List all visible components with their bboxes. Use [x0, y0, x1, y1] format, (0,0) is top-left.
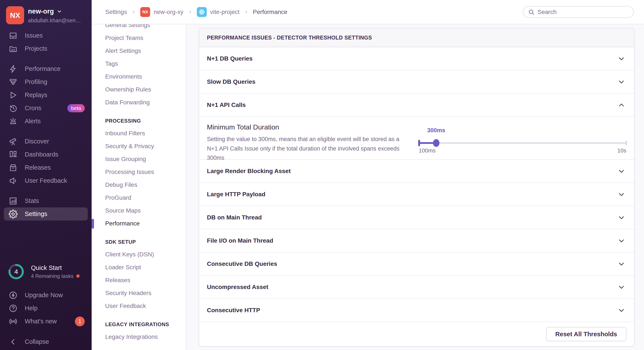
- subnav-item-alert-settings[interactable]: Alert Settings: [92, 44, 186, 57]
- subnav-item-user-feedback[interactable]: User Feedback: [92, 300, 186, 312]
- collapse-label: Collapse: [25, 338, 49, 345]
- sidebar-item-user-feedback[interactable]: User Feedback: [4, 174, 88, 187]
- sidebar-item-performance[interactable]: Performance: [4, 62, 88, 75]
- sidebar-nav-group: PerformanceProfilingReplaysCronsbetaAler…: [0, 62, 92, 128]
- subnav-item-source-maps[interactable]: Source Maps: [92, 204, 186, 217]
- chevron-down-icon: [56, 8, 62, 14]
- accordion-row-large-render-blocking-asset[interactable]: Large Render Blocking Asset: [199, 160, 634, 183]
- chevron-down-icon: [617, 260, 626, 268]
- org-switcher[interactable]: NX new-org abdullah.khan@sen…: [0, 0, 92, 24]
- sidebar-collapse-button[interactable]: Collapse: [4, 335, 88, 348]
- breadcrumb-separator-icon: [244, 9, 249, 14]
- subnav-item-processing-issues[interactable]: Processing Issues: [92, 166, 186, 178]
- accordion-row-consecutive-db-queries[interactable]: Consecutive DB Queries: [199, 253, 634, 276]
- subnav-item-label: Performance: [105, 220, 140, 227]
- accordion-row-db-on-main-thread[interactable]: DB on Main Thread: [199, 206, 634, 229]
- subnav-item-label: ProGuard: [105, 194, 131, 201]
- sidebar-item-alerts[interactable]: Alerts: [4, 115, 88, 128]
- subnav-item-environments[interactable]: Environments: [92, 70, 186, 83]
- panel-header: PERFORMANCE ISSUES - DETECTOR THRESHOLD …: [199, 28, 634, 47]
- sidebar-item-profiling[interactable]: Profiling: [4, 75, 88, 88]
- accordion-row-file-i-o-on-main-thread[interactable]: File I/O on Main Thread: [199, 229, 634, 253]
- sidebar-item-upgrade-now[interactable]: Upgrade Now: [4, 289, 88, 302]
- sidebar-item-label: User Feedback: [25, 177, 67, 184]
- sidebar-item-discover[interactable]: Discover: [4, 135, 88, 148]
- subnav-item-project-teams[interactable]: Project Teams: [92, 31, 186, 44]
- sidebar-item-dashboards[interactable]: Dashboards: [4, 148, 88, 161]
- discover-icon: [8, 137, 18, 146]
- chevron-down-icon: [617, 78, 626, 86]
- subnav-item-general-settings[interactable]: General Settings: [92, 24, 186, 31]
- reset-all-thresholds-button[interactable]: Reset All Thresholds: [546, 327, 626, 341]
- accordion-row-n-1-api-calls[interactable]: N+1 API Calls: [199, 94, 634, 117]
- subnav-item-loader-script[interactable]: Loader Script: [92, 261, 186, 274]
- subnav-item-client-keys-dsn-[interactable]: Client Keys (DSN): [92, 248, 186, 261]
- accordion-row-title: N+1 API Calls: [207, 102, 246, 108]
- sidebar-item-releases[interactable]: Releases: [4, 161, 88, 174]
- sidebar-item-crons[interactable]: Cronsbeta: [4, 102, 88, 115]
- subnav-item-performance[interactable]: Performance: [92, 217, 186, 230]
- sidebar-item-label: Dashboards: [25, 151, 58, 158]
- quick-start-count: 4: [8, 263, 24, 280]
- subnav-item-issue-grouping[interactable]: Issue Grouping: [92, 153, 186, 166]
- settings-subnav: General SettingsProject TeamsAlert Setti…: [92, 24, 186, 350]
- subnav-item-data-forwarding[interactable]: Data Forwarding: [92, 96, 186, 109]
- slider-thumb[interactable]: [433, 139, 440, 147]
- subnav-item-debug-files[interactable]: Debug Files: [92, 178, 186, 191]
- quick-start-widget[interactable]: 4 Quick Start 4 Remaining tasks: [0, 263, 92, 280]
- subnav-item-security-headers[interactable]: Security Headers: [92, 287, 186, 300]
- subnav-item-label: Issue Grouping: [105, 156, 146, 163]
- subnav-item-label: Tags: [105, 60, 118, 67]
- subnav-item-security-privacy[interactable]: Security & Privacy: [92, 140, 186, 153]
- accordion-row-large-http-payload[interactable]: Large HTTP Payload: [199, 183, 634, 206]
- subnav-item-label: Source Maps: [105, 207, 141, 214]
- sidebar-item-what-s-new[interactable]: What's new1: [4, 315, 88, 328]
- search-input[interactable]: [538, 8, 629, 15]
- accordion-row-slow-db-queries[interactable]: Slow DB Queries: [199, 70, 634, 94]
- breadcrumb-item-settings[interactable]: Settings: [105, 8, 127, 15]
- sidebar-nav-group: DiscoverDashboardsReleasesUser Feedback: [0, 135, 92, 187]
- subnav-item-legacy-integrations[interactable]: Legacy Integrations: [92, 331, 186, 343]
- subnav-item-label: Security Headers: [105, 290, 152, 297]
- chevron-up-icon: [617, 101, 626, 109]
- subnav-item-releases[interactable]: Releases: [92, 274, 186, 287]
- accordion-row-n-1-db-queries[interactable]: N+1 DB Queries: [199, 47, 634, 70]
- chevron-down-icon: [617, 190, 626, 198]
- subnav-section-header: SDK SETUP: [92, 230, 186, 248]
- chevron-right-icon: [131, 9, 136, 14]
- sidebar-item-label: Stats: [25, 197, 39, 204]
- sidebar-item-replays[interactable]: Replays: [4, 88, 88, 102]
- subnav-item-proguard[interactable]: ProGuard: [92, 191, 186, 204]
- sidebar-item-projects[interactable]: Projects: [4, 42, 88, 55]
- detector-threshold-panel: PERFORMANCE ISSUES - DETECTOR THRESHOLD …: [199, 28, 634, 347]
- subnav-item-tags[interactable]: Tags: [92, 57, 186, 70]
- slider-track[interactable]: [419, 142, 626, 144]
- accordion-row-consecutive-http[interactable]: Consecutive HTTP: [199, 299, 634, 322]
- accordion-row-uncompressed-asset[interactable]: Uncompressed Asset: [199, 276, 634, 299]
- subnav-item-label: Client Keys (DSN): [105, 251, 154, 258]
- slider-min-label: 100ms: [419, 147, 436, 154]
- alerts-icon: [8, 117, 18, 126]
- breadcrumb-item-new-org-xy[interactable]: NXnew-org-xy: [140, 7, 183, 17]
- main-content: PERFORMANCE ISSUES - DETECTOR THRESHOLD …: [186, 24, 644, 350]
- quick-start-title: Quick Start: [31, 264, 80, 271]
- sidebar-item-label: Discover: [25, 138, 49, 145]
- sidebar-item-settings[interactable]: Settings: [4, 207, 88, 220]
- sidebar-item-label: Performance: [25, 65, 60, 72]
- subnav-item-inbound-filters[interactable]: Inbound Filters: [92, 127, 186, 140]
- breadcrumb-item-vite-project[interactable]: vite-project: [197, 7, 240, 17]
- subnav-item-ownership-rules[interactable]: Ownership Rules: [92, 83, 186, 96]
- breadcrumb-item-performance: Performance: [253, 8, 287, 15]
- sidebar-item-help[interactable]: Help: [4, 302, 88, 315]
- sidebar-item-issues[interactable]: Issues: [4, 29, 88, 42]
- subnav-item-label: Security & Privacy: [105, 143, 154, 150]
- quick-start-progress-ring: 4: [8, 263, 24, 280]
- crons-icon: [8, 104, 18, 113]
- sidebar-item-label: Releases: [25, 164, 51, 171]
- search-box[interactable]: [523, 6, 634, 18]
- upgrade-icon: [8, 291, 18, 300]
- chevron-down-icon: [617, 54, 626, 63]
- performance-icon: [8, 64, 18, 73]
- sidebar-item-stats[interactable]: Stats: [4, 194, 88, 207]
- issues-icon: [8, 31, 18, 40]
